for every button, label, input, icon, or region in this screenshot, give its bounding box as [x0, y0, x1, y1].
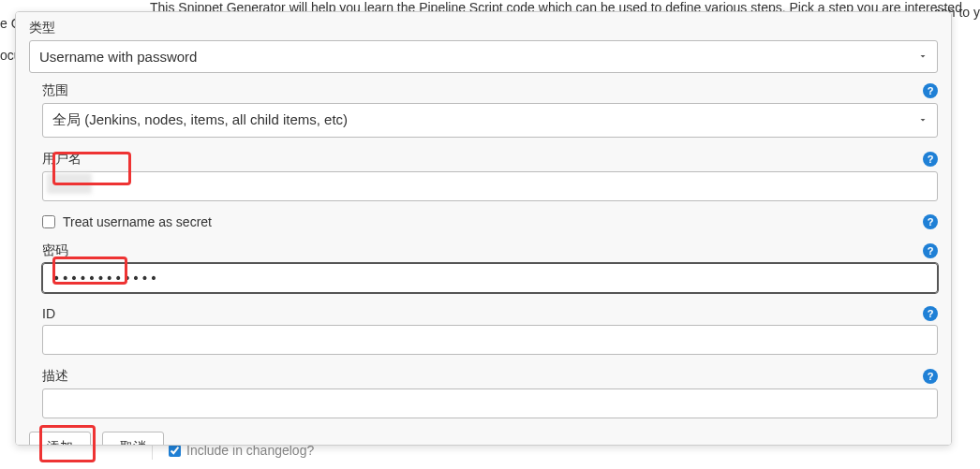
id-input[interactable] [42, 325, 938, 355]
help-icon[interactable]: ? [923, 243, 938, 258]
redacted-blur [47, 173, 92, 194]
add-button[interactable]: 添加 [29, 432, 91, 446]
username-label: 用户名 [42, 151, 82, 168]
password-label: 密码 [42, 242, 68, 259]
bg-changelog-checkbox[interactable] [169, 445, 181, 457]
description-label: 描述 [42, 368, 68, 385]
help-icon[interactable]: ? [923, 83, 938, 98]
help-icon[interactable]: ? [923, 369, 938, 384]
help-icon[interactable]: ? [923, 306, 938, 321]
add-credentials-dialog: 类型 Username with password 范围 ? 全局 (Jenki… [15, 11, 952, 446]
help-icon[interactable]: ? [923, 152, 938, 167]
treat-username-secret-checkbox[interactable] [42, 215, 55, 228]
scope-label: 范围 [42, 82, 68, 99]
cancel-button[interactable]: 取消 [102, 432, 164, 446]
help-icon[interactable]: ? [923, 214, 938, 229]
id-label: ID [42, 306, 55, 321]
kind-select[interactable]: Username with password [29, 40, 938, 73]
treat-username-secret-label: Treat username as secret [63, 214, 212, 229]
username-input[interactable] [42, 171, 938, 201]
description-input[interactable] [42, 388, 938, 418]
scope-select[interactable]: 全局 (Jenkins, nodes, items, all child ite… [42, 103, 938, 138]
kind-label: 类型 [29, 20, 938, 37]
password-input[interactable] [42, 263, 938, 293]
